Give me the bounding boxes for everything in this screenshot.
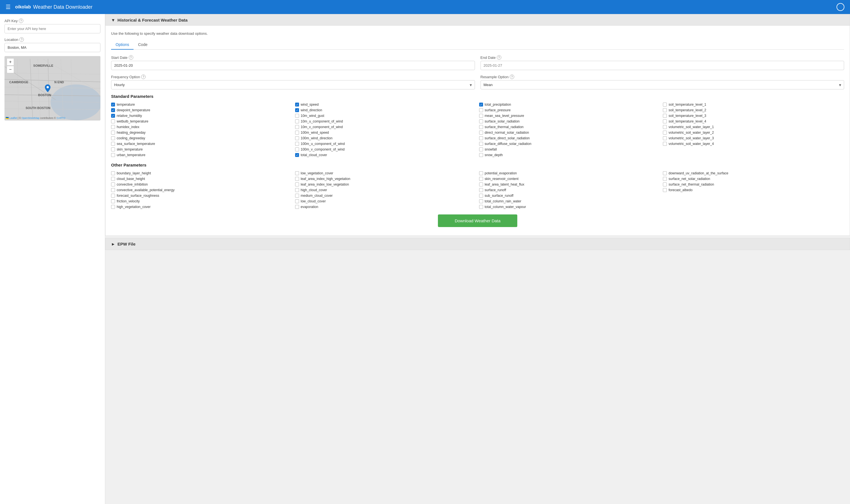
param-checkbox-leaf_area_index_high_vegetation[interactable] bbox=[295, 177, 299, 181]
map-label-somerville: SOMERVILLE bbox=[33, 64, 53, 67]
param-checkbox-total_column_rain_water[interactable] bbox=[479, 199, 483, 203]
param-checkbox-surface_diffuse_solar_radiation[interactable] bbox=[479, 142, 483, 146]
end-date-input[interactable] bbox=[481, 61, 844, 70]
leaflet-link[interactable]: Leaflet bbox=[10, 116, 17, 120]
param-checkbox-total_column_water_vapour[interactable] bbox=[479, 205, 483, 209]
param-checkbox-surface_pressure[interactable] bbox=[479, 108, 483, 112]
param-checkbox-convective_inhibition[interactable] bbox=[111, 182, 115, 186]
param-checkbox-volumetric_soil_water_layer_3[interactable] bbox=[663, 136, 667, 140]
param-checkbox-evaporation[interactable] bbox=[295, 205, 299, 209]
section-header[interactable]: ▼ Historical & Forecast Weather Data bbox=[105, 14, 850, 26]
param-checkbox-potential_evaporation[interactable] bbox=[479, 171, 483, 175]
param-checkbox-cooling_degreeday[interactable] bbox=[111, 136, 115, 140]
param-checkbox-snowfall[interactable] bbox=[479, 147, 483, 151]
param-checkbox-low_vegetation_cover[interactable] bbox=[295, 171, 299, 175]
param-checkbox-cloud_base_height[interactable] bbox=[111, 177, 115, 181]
param-checkbox-100m_wind_direction[interactable] bbox=[295, 136, 299, 140]
map-zoom-out-button[interactable]: − bbox=[7, 66, 14, 73]
param-label: direct_normal_solar_radiation bbox=[485, 131, 529, 134]
param-checkbox-100m_wind_speed[interactable] bbox=[295, 131, 299, 134]
frequency-help-icon[interactable]: ? bbox=[141, 75, 145, 79]
param-checkbox-boundary_layer_height[interactable] bbox=[111, 171, 115, 175]
download-weather-data-button[interactable]: Download Weather Data bbox=[438, 214, 517, 227]
param-label: surface_direct_solar_radiation bbox=[485, 136, 530, 140]
param-checkbox-skin_temperature[interactable] bbox=[111, 147, 115, 151]
epw-section-header[interactable]: ► EPW File bbox=[105, 238, 850, 250]
param-checkbox-skin_reservoir_content[interactable] bbox=[479, 177, 483, 181]
param-checkbox-wind_direction[interactable]: ✓ bbox=[295, 108, 299, 112]
param-checkbox-volumetric_soil_water_layer_2[interactable] bbox=[663, 131, 667, 134]
api-key-input[interactable] bbox=[4, 24, 100, 33]
osm-link[interactable]: OpenStreetMap bbox=[22, 116, 39, 120]
param-checkbox-friction_velocity[interactable] bbox=[111, 199, 115, 203]
param-checkbox-soil_temperature_level_3[interactable] bbox=[663, 114, 667, 118]
start-date-input[interactable] bbox=[111, 61, 475, 70]
param-checkbox-dewpoint_temperature[interactable]: ✓ bbox=[111, 108, 115, 112]
param-checkbox-temperature[interactable]: ✓ bbox=[111, 103, 115, 107]
param-checkbox-heating_degreeday[interactable] bbox=[111, 131, 115, 134]
other-params-grid: boundary_layer_heightlow_vegetation_cove… bbox=[111, 171, 844, 209]
resample-help-icon[interactable]: ? bbox=[510, 75, 514, 79]
param-checkbox-convective_available_potential_energy[interactable] bbox=[111, 188, 115, 192]
param-checkbox-mean_sea_level_pressure[interactable] bbox=[479, 114, 483, 118]
location-input[interactable] bbox=[4, 43, 100, 52]
param-checkbox-medium_cloud_cover[interactable] bbox=[295, 194, 299, 198]
param-checkbox-forecast_surface_roughness[interactable] bbox=[111, 194, 115, 198]
end-date-group: End Date ? bbox=[481, 55, 844, 70]
param-checkbox-relative_humidity[interactable]: ✓ bbox=[111, 114, 115, 118]
param-checkbox-soil_temperature_level_2[interactable] bbox=[663, 108, 667, 112]
param-checkbox-10m_v_component_of_wind[interactable] bbox=[295, 125, 299, 129]
carto-link[interactable]: CARTO bbox=[57, 116, 65, 120]
start-date-help-icon[interactable]: ? bbox=[129, 55, 133, 60]
param-checkbox-surface_direct_solar_radiation[interactable] bbox=[479, 136, 483, 140]
menu-icon[interactable]: ☰ bbox=[6, 4, 11, 11]
param-checkbox-surface_net_thermal_radiation[interactable] bbox=[663, 182, 667, 186]
param-checkbox-surface_solar_radiation[interactable] bbox=[479, 120, 483, 123]
param-checkbox-leaf_area_index_low_vegetation[interactable] bbox=[295, 182, 299, 186]
param-checkbox-sea_surface_temperature[interactable] bbox=[111, 142, 115, 146]
param-checkbox-100m_v_component_of_wind[interactable] bbox=[295, 147, 299, 151]
param-checkbox-volumetric_soil_water_layer_4[interactable] bbox=[663, 142, 667, 146]
param-checkbox-surface_net_solar_radiation[interactable] bbox=[663, 177, 667, 181]
param-checkbox-humidex_index[interactable] bbox=[111, 125, 115, 129]
param-checkbox-total_cloud_cover[interactable]: ✓ bbox=[295, 153, 299, 157]
frequency-select[interactable]: HourlyDailyWeeklyMonthly bbox=[111, 80, 475, 89]
tab-options[interactable]: Options bbox=[111, 40, 134, 50]
location-help-icon[interactable]: ? bbox=[19, 37, 24, 42]
param-checkbox-wetbulb_temperature[interactable] bbox=[111, 120, 115, 123]
param-checkbox-high_vegetation_cover[interactable] bbox=[111, 205, 115, 209]
resample-label: Resample Option ? bbox=[481, 75, 844, 79]
param-checkbox-forecast_albedo[interactable] bbox=[663, 188, 667, 192]
param-checkbox-volumetric_soil_water_layer_1[interactable] bbox=[663, 125, 667, 129]
param-checkbox-high_cloud_cover[interactable] bbox=[295, 188, 299, 192]
param-checkbox-soil_temperature_level_4[interactable] bbox=[663, 120, 667, 123]
param-item: boundary_layer_height bbox=[111, 171, 292, 175]
map-zoom-in-button[interactable]: + bbox=[7, 58, 14, 66]
end-date-help-icon[interactable]: ? bbox=[497, 55, 501, 60]
param-checkbox-snow_depth[interactable] bbox=[479, 153, 483, 157]
param-checkbox-total_precipitation[interactable]: ✓ bbox=[479, 103, 483, 107]
param-checkbox-wind_speed[interactable]: ✓ bbox=[295, 103, 299, 107]
param-checkbox-direct_normal_solar_radiation[interactable] bbox=[479, 131, 483, 134]
param-item: low_vegetation_cover bbox=[295, 171, 476, 175]
param-item: volumetric_soil_water_layer_4 bbox=[663, 142, 844, 146]
param-checkbox-surface_thermal_radiation[interactable] bbox=[479, 125, 483, 129]
param-checkbox-downward_uv_radiation_at_the_surface[interactable] bbox=[663, 171, 667, 175]
param-checkbox-leaf_area_latent_heat_flux[interactable] bbox=[479, 182, 483, 186]
param-item: 10m_u_component_of_wind bbox=[295, 120, 476, 123]
param-checkbox-soil_temperature_level_1[interactable] bbox=[663, 103, 667, 107]
param-checkbox-low_cloud_cover[interactable] bbox=[295, 199, 299, 203]
param-checkbox-10m_u_component_of_wind[interactable] bbox=[295, 120, 299, 123]
param-checkbox-sub_surface_runoff[interactable] bbox=[479, 194, 483, 198]
api-key-help-icon[interactable]: ? bbox=[19, 18, 23, 23]
param-item: 100m_v_component_of_wind bbox=[295, 147, 476, 151]
param-checkbox-surface_runoff[interactable] bbox=[479, 188, 483, 192]
user-circle-icon[interactable] bbox=[836, 3, 844, 11]
param-item: ✓total_cloud_cover bbox=[295, 153, 476, 157]
param-checkbox-urban_temperature[interactable] bbox=[111, 153, 115, 157]
map-container[interactable]: SOMERVILLE CAMBRIDGE N END BOSTON SOUTH … bbox=[4, 56, 100, 121]
tab-code[interactable]: Code bbox=[134, 40, 152, 50]
resample-select[interactable]: MeanSumMinMax bbox=[481, 80, 844, 89]
param-checkbox-100m_u_component_of_wind[interactable] bbox=[295, 142, 299, 146]
param-checkbox-10m_wind_gust[interactable] bbox=[295, 114, 299, 118]
